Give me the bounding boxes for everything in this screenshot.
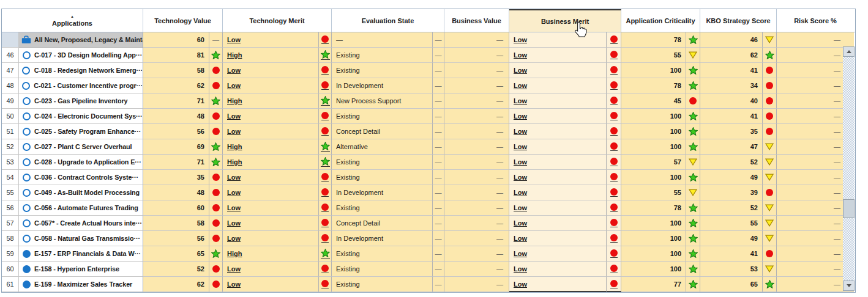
technology-merit-link[interactable]: High bbox=[227, 143, 242, 150]
business-merit-link[interactable]: Low bbox=[514, 189, 527, 196]
technology-merit-link[interactable]: Low bbox=[227, 219, 241, 227]
scroll-down-button[interactable] bbox=[843, 280, 855, 291]
technology-merit-cell[interactable]: High bbox=[223, 155, 319, 170]
business-merit-link[interactable]: Low bbox=[514, 265, 527, 273]
business-merit-cell[interactable]: Low bbox=[509, 246, 607, 262]
technology-merit-status-icon[interactable] bbox=[319, 277, 332, 292]
column-header-evaluation-state[interactable]: Evaluation State bbox=[332, 9, 444, 32]
technology-merit-status-icon[interactable] bbox=[319, 200, 332, 216]
business-merit-link[interactable]: Low bbox=[514, 143, 527, 150]
table-row[interactable]: 54 C-036 - Contract Controls Syste··· 35… bbox=[2, 170, 855, 185]
technology-merit-cell[interactable]: High bbox=[223, 48, 319, 63]
business-merit-link[interactable]: Low bbox=[514, 112, 527, 120]
business-merit-status-icon[interactable] bbox=[607, 109, 621, 124]
business-merit-link[interactable]: Low bbox=[514, 51, 527, 59]
table-row[interactable]: 51 C-025 - Safety Program Enhance··· 56 … bbox=[2, 124, 855, 139]
technology-merit-link[interactable]: Low bbox=[227, 265, 241, 273]
technology-merit-cell[interactable]: Low bbox=[223, 124, 319, 139]
technology-merit-cell[interactable]: High bbox=[223, 94, 319, 109]
business-merit-status-icon[interactable] bbox=[607, 246, 621, 262]
business-merit-link[interactable]: Low bbox=[514, 204, 527, 211]
technology-merit-status-icon[interactable] bbox=[319, 155, 332, 170]
table-row[interactable]: 57 C-057* - Create Actual Hours inte··· … bbox=[2, 216, 855, 231]
table-row[interactable]: 61 E-159 - Maximizer Sales Tracker 62 Lo… bbox=[2, 277, 855, 292]
business-merit-status-icon[interactable] bbox=[607, 185, 621, 200]
technology-merit-link[interactable]: Low bbox=[227, 112, 241, 120]
business-merit-link[interactable]: Low bbox=[514, 67, 527, 74]
technology-merit-link[interactable]: Low bbox=[227, 280, 241, 288]
business-merit-status-icon[interactable] bbox=[607, 200, 621, 216]
technology-merit-status-icon[interactable] bbox=[319, 48, 332, 63]
technology-merit-link[interactable]: Low bbox=[227, 82, 241, 89]
business-merit-cell[interactable]: Low bbox=[509, 109, 607, 124]
technology-merit-link[interactable]: High bbox=[227, 97, 242, 105]
column-header-applications[interactable]: ▲ Applications bbox=[2, 9, 143, 32]
business-merit-status-icon[interactable] bbox=[607, 262, 621, 277]
technology-merit-cell[interactable]: Low bbox=[223, 216, 319, 231]
table-row[interactable]: 50 C-024 - Electronic Document Sys··· 48… bbox=[2, 109, 855, 124]
technology-merit-status-icon[interactable] bbox=[319, 109, 332, 124]
technology-merit-cell[interactable]: Low bbox=[223, 231, 319, 246]
business-merit-cell[interactable]: Low bbox=[509, 155, 607, 170]
business-merit-status-icon[interactable] bbox=[607, 155, 621, 170]
application-name-cell[interactable]: C-058 - Natural Gas Transmissio··· bbox=[19, 231, 143, 246]
table-row[interactable]: 47 C-018 - Redesign Network Emerg··· 58 … bbox=[2, 63, 855, 78]
column-header-business-merit[interactable]: Business Merit bbox=[509, 9, 621, 32]
business-merit-cell[interactable]: Low bbox=[509, 170, 607, 185]
business-merit-status-icon[interactable] bbox=[607, 63, 621, 78]
business-merit-link[interactable]: Low bbox=[514, 128, 527, 135]
table-row[interactable]: 56 C-056 - Automate Futures Trading 60 L… bbox=[2, 200, 855, 216]
technology-merit-cell[interactable]: Low bbox=[223, 277, 319, 292]
application-name-cell[interactable]: C-057* - Create Actual Hours inte··· bbox=[19, 216, 143, 231]
business-merit-status-icon[interactable] bbox=[607, 48, 621, 63]
technology-merit-cell[interactable]: Low bbox=[223, 78, 319, 94]
technology-merit-status-icon[interactable] bbox=[319, 216, 332, 231]
table-row[interactable]: 58 C-058 - Natural Gas Transmissio··· 56… bbox=[2, 231, 855, 246]
business-merit-status-icon[interactable] bbox=[607, 78, 621, 94]
technology-merit-link[interactable]: Low bbox=[227, 189, 241, 196]
application-name-cell[interactable]: C-027 - Plant C Server Overhaul bbox=[19, 139, 143, 155]
business-merit-link[interactable]: Low bbox=[514, 280, 527, 288]
technology-merit-status-icon[interactable] bbox=[319, 231, 332, 246]
technology-merit-link[interactable]: Low bbox=[227, 235, 241, 242]
technology-merit-status-icon[interactable] bbox=[319, 63, 332, 78]
table-row[interactable]: 59 E-157 - ERP Financials & Data W··· 65… bbox=[2, 246, 855, 262]
scrollbar-track[interactable] bbox=[843, 57, 855, 280]
application-name-cell[interactable]: C-025 - Safety Program Enhance··· bbox=[19, 124, 143, 139]
business-merit-status-icon[interactable] bbox=[607, 94, 621, 109]
application-name-cell[interactable]: E-158 - Hyperion Enterprise bbox=[19, 262, 143, 277]
technology-merit-status-icon[interactable] bbox=[319, 170, 332, 185]
technology-merit-link[interactable]: Low bbox=[227, 204, 241, 211]
business-merit-status-icon[interactable] bbox=[607, 170, 621, 185]
business-merit-status-icon[interactable] bbox=[607, 32, 621, 48]
technology-merit-cell[interactable]: Low bbox=[223, 109, 319, 124]
business-merit-link[interactable]: Low bbox=[514, 219, 527, 227]
business-merit-link[interactable]: Low bbox=[514, 235, 527, 242]
business-merit-cell[interactable]: Low bbox=[509, 94, 607, 109]
business-merit-cell[interactable]: Low bbox=[509, 277, 607, 292]
business-merit-cell[interactable]: Low bbox=[509, 63, 607, 78]
business-merit-status-icon[interactable] bbox=[607, 277, 621, 292]
technology-merit-status-icon[interactable] bbox=[319, 185, 332, 200]
application-name-cell[interactable]: C-024 - Electronic Document Sys··· bbox=[19, 109, 143, 124]
scroll-up-button[interactable] bbox=[843, 46, 855, 57]
business-merit-link[interactable]: Low bbox=[514, 250, 527, 257]
technology-merit-status-icon[interactable] bbox=[319, 78, 332, 94]
technology-merit-cell[interactable]: Low bbox=[223, 200, 319, 216]
application-name-cell[interactable]: C-023 - Gas Pipeline Inventory bbox=[19, 94, 143, 109]
business-merit-link[interactable]: Low bbox=[514, 158, 527, 166]
application-name-cell[interactable]: E-157 - ERP Financials & Data W··· bbox=[19, 246, 143, 262]
column-header-application-criticality[interactable]: Application Criticality bbox=[621, 9, 700, 32]
technology-merit-link[interactable]: Low bbox=[227, 67, 241, 74]
application-name-cell[interactable]: C-017 - 3D Design Modelling App··· bbox=[19, 48, 143, 63]
table-row[interactable]: 55 C-049 - As-Built Model Processing 48 … bbox=[2, 185, 855, 200]
business-merit-status-icon[interactable] bbox=[607, 124, 621, 139]
vertical-scrollbar[interactable] bbox=[843, 46, 855, 291]
application-name-cell[interactable]: C-028 - Upgrade to Application E··· bbox=[19, 155, 143, 170]
business-merit-cell[interactable]: Low bbox=[509, 231, 607, 246]
technology-merit-status-icon[interactable] bbox=[319, 139, 332, 155]
business-merit-cell[interactable]: Low bbox=[509, 139, 607, 155]
table-row[interactable]: 46 C-017 - 3D Design Modelling App··· 81… bbox=[2, 48, 855, 63]
technology-merit-status-icon[interactable] bbox=[319, 262, 332, 277]
application-name-cell[interactable]: C-036 - Contract Controls Syste··· bbox=[19, 170, 143, 185]
